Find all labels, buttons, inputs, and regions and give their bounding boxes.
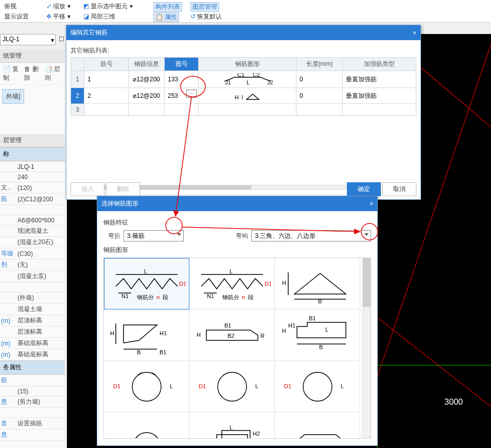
copy-button[interactable]: 📄 复制	[3, 65, 20, 82]
properties-button[interactable]: 📋 属性	[153, 12, 179, 22]
component-list-button[interactable]: 构件列表	[153, 2, 182, 12]
svg-text:L: L	[144, 268, 147, 274]
delete-row-button[interactable]: 删除	[106, 182, 140, 196]
shape-cell[interactable]: HH1	[275, 412, 360, 439]
shape-cell[interactable]: L N1 D1 钢筋分n段	[189, 258, 275, 309]
table-row[interactable]: (m)基础底标高	[0, 338, 65, 349]
shape-no-cell-selected[interactable]: 253 ⋯	[165, 88, 199, 104]
shape-cell[interactable]: H B	[275, 258, 360, 309]
dialog-titlebar[interactable]: 编辑其它钢筋 ×	[66, 25, 420, 40]
table-row[interactable]	[0, 205, 65, 215]
table-row[interactable]: 层顶标高	[0, 326, 65, 338]
component-select[interactable]: JLQ-1 ▾	[0, 34, 56, 45]
svg-text:D1: D1	[284, 383, 291, 389]
chevron-down-icon: ▾	[51, 37, 54, 44]
shape-cell[interactable]: HH1 B1 L B	[275, 309, 360, 361]
svg-text:n: n	[242, 294, 245, 300]
table-row[interactable]: 息	[0, 429, 65, 441]
layer-manage-button[interactable]: 图层管理	[190, 2, 219, 12]
shape-cell[interactable]: H B1 B2 R	[189, 309, 275, 361]
table-row[interactable]: (混凝土泵)	[0, 271, 65, 282]
svg-point-51	[218, 372, 247, 401]
svg-point-57	[133, 433, 160, 439]
shape-cell[interactable]: L N1 D1 钢筋分n段	[104, 258, 189, 309]
table-row[interactable]: (15)	[0, 386, 65, 397]
local-3d-button[interactable]: ◪ 局部三维	[83, 12, 115, 21]
svg-text:J1: J1	[225, 79, 231, 85]
table-row[interactable]: 造设置插筋	[0, 418, 65, 429]
dialog-titlebar[interactable]: 选择钢筋图形 ×	[97, 196, 377, 211]
svg-text:N1: N1	[207, 293, 214, 299]
bend-select[interactable]: 3.箍筋	[124, 230, 184, 242]
table-row[interactable]: (m)层顶标高	[0, 315, 65, 326]
svg-text:n: n	[156, 294, 160, 300]
insert-button[interactable]: 插入	[71, 182, 104, 196]
col-len[interactable]: 长度(mm)	[296, 58, 343, 71]
restore-default-button[interactable]: ↺ 恢复默认	[190, 12, 222, 21]
svg-text:L: L	[170, 383, 173, 389]
shape-cell[interactable]: D1L	[189, 361, 275, 412]
shape-cell[interactable]: D1L	[104, 412, 189, 439]
floor-manage-header: 层管理	[0, 134, 65, 147]
shape-grid: L N1 D1 钢筋分n段 L N1 D1 钢筋分n段 H B	[103, 257, 371, 439]
table-row[interactable]: 筋(2)C12@200	[0, 194, 65, 205]
svg-text:D1: D1	[179, 281, 185, 287]
shape-cell[interactable]: H H1 B B1	[104, 309, 189, 361]
table-row[interactable]: 等级(C30)	[0, 248, 65, 260]
table-row[interactable]: (外墙)	[0, 292, 65, 304]
svg-text:H2: H2	[253, 430, 260, 437]
outer-wall-tag[interactable]: 外墙]	[2, 89, 24, 104]
browse-shape-button[interactable]: ⋯	[186, 90, 197, 98]
table-row[interactable]: 筋	[0, 375, 65, 386]
pan-button[interactable]: ✥ 平移 ▾	[46, 12, 71, 21]
component-select-value: JLQ-1	[3, 36, 20, 43]
svg-text:L: L	[247, 79, 250, 85]
display-settings-button[interactable]: 显示设置	[4, 12, 29, 21]
edit-other-rebar-dialog: 编辑其它钢筋 × 其它钢筋列表: 筋号 钢筋信息 图号 钢筋图形 长度(mm) …	[66, 25, 421, 200]
svg-text:D1: D1	[199, 383, 206, 389]
svg-text:L: L	[230, 268, 233, 274]
table-row[interactable]	[0, 282, 65, 292]
svg-text:I: I	[241, 94, 243, 100]
table-row[interactable]: 剂(无)	[0, 260, 65, 271]
col-num[interactable]: 筋号	[84, 58, 129, 71]
shape-cell[interactable]: D1L	[275, 361, 360, 412]
table-row[interactable]: 支..(120)	[0, 182, 65, 194]
delete-button[interactable]: 🗑 删除	[24, 65, 40, 82]
zoom-button[interactable]: ⤢ 缩放 ▾	[46, 2, 71, 11]
table-row[interactable]: 混凝土墙	[0, 304, 65, 315]
table-row[interactable]: 240	[0, 172, 65, 182]
table-row[interactable]: 1 1 ⌀12@200 133 J1 J2 C1 C2 L	[71, 71, 416, 88]
dialog-title: 选择钢筋图形	[101, 199, 138, 208]
rebar-table: 筋号 钢筋信息 图号 钢筋图形 长度(mm) 加强筋类型 1 1 ⌀12@200…	[71, 57, 416, 116]
shape-cell[interactable]: H1LH2	[189, 412, 275, 439]
table-row[interactable]: 现浇混凝土	[0, 226, 65, 237]
ok-button[interactable]: 确定	[347, 182, 381, 196]
table-row[interactable]: 3	[71, 104, 416, 116]
rebar-feature-label: 钢筋特征	[103, 218, 371, 227]
hook-select[interactable]: 3.三角、六边、八边形	[251, 230, 371, 242]
svg-text:B1: B1	[309, 315, 315, 321]
close-icon[interactable]: ×	[370, 200, 373, 208]
name-column-header: 称	[0, 147, 65, 161]
table-row[interactable]: (混凝土20石)	[0, 237, 65, 248]
table-row[interactable]	[0, 408, 65, 418]
table-row[interactable]: JLQ-1	[0, 162, 65, 172]
cancel-button[interactable]: 取消	[382, 182, 416, 196]
shape-cell[interactable]: D1 L	[104, 361, 189, 412]
table-row[interactable]: 2 2 ⌀12@200 253 ⋯ H I 0	[71, 88, 416, 104]
vertical-scrollbar[interactable]	[362, 258, 371, 438]
table-row[interactable]: (m)基础底标高	[0, 349, 65, 360]
col-type[interactable]: 加强筋类型	[343, 58, 416, 71]
layer-button[interactable]: 📑 层间	[45, 65, 62, 82]
svg-text:C1: C1	[237, 73, 244, 78]
col-info[interactable]: 钢筋信息	[129, 58, 165, 71]
table-row[interactable]: 息(剪力墙)	[0, 397, 65, 408]
col-shape-no[interactable]: 图号	[165, 58, 199, 71]
close-icon[interactable]: ×	[413, 29, 416, 37]
svg-text:H: H	[110, 330, 114, 336]
show-selected-button[interactable]: ◩ 显示选中图元 ▾	[83, 2, 133, 11]
col-shape[interactable]: 钢筋图形	[199, 58, 296, 71]
table-row[interactable]: A6@600*600	[0, 215, 65, 226]
top-view-button[interactable]: 俯视	[4, 2, 16, 11]
